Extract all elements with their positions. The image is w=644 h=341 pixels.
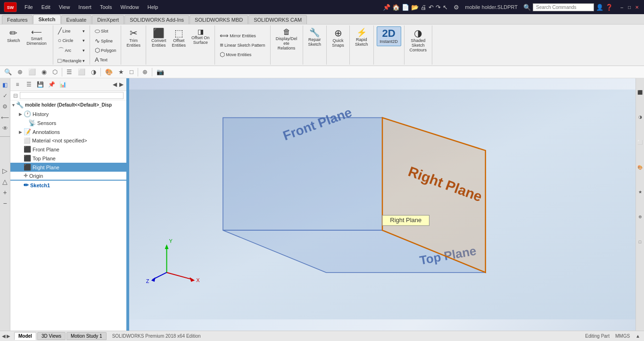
- circle-dropdown[interactable]: ▾: [83, 38, 85, 43]
- sidebar-btn-3[interactable]: ⬜: [636, 130, 644, 154]
- redo-icon[interactable]: ↷: [436, 4, 441, 11]
- close-button[interactable]: ✕: [634, 4, 640, 10]
- sidebar-btn-7[interactable]: □: [636, 230, 644, 254]
- standard-views-icon[interactable]: ⬜: [26, 67, 38, 77]
- repair-sketch-button[interactable]: 🔧 RepairSketch: [306, 26, 324, 49]
- rect-dropdown[interactable]: ▾: [83, 58, 85, 63]
- config-manager-icon[interactable]: ⚙: [0, 102, 10, 111]
- polygon-button[interactable]: ⬡ Polygon: [93, 46, 118, 55]
- mirror-entities-button[interactable]: ⟺ Mirror Entities: [218, 31, 267, 40]
- trim-entities-button[interactable]: ✂ TrimEntities: [124, 26, 143, 50]
- rapid-sketch-button[interactable]: ⚡ RapidSketch: [353, 26, 371, 49]
- property-manager-icon[interactable]: ✓: [0, 91, 10, 100]
- open-icon[interactable]: 📂: [411, 4, 419, 11]
- tab-next-icon[interactable]: ▶: [7, 333, 10, 339]
- display-style-icon[interactable]: ☰: [64, 67, 74, 77]
- zoom-to-fit-icon[interactable]: 🔍: [2, 67, 14, 77]
- rect-button[interactable]: □ Rectangle ▾: [56, 56, 87, 65]
- sidebar-btn-1[interactable]: ⬛: [636, 80, 644, 104]
- sketch-button[interactable]: ✏ Sketch: [5, 26, 23, 45]
- slot-button[interactable]: ⬭ Slot: [93, 26, 118, 36]
- panel-btn-tree[interactable]: ≡: [12, 79, 23, 90]
- tree-item-history[interactable]: ▶ 🕐 History: [10, 109, 126, 118]
- tab-evaluate[interactable]: Evaluate: [61, 15, 92, 24]
- display-delete-button[interactable]: 🗑 Display/DeleteRelations: [273, 26, 300, 53]
- smart-dimension-button[interactable]: ⟵ Smart Dimension: [24, 26, 50, 48]
- tab-motion-study[interactable]: Motion Study 1: [66, 332, 107, 340]
- sidebar-btn-6[interactable]: ⊕: [636, 205, 644, 229]
- offset-surface-button[interactable]: ◨ Offset OnSurface: [189, 26, 212, 47]
- menu-tools[interactable]: Tools: [96, 3, 116, 11]
- tree-item-right-plane[interactable]: ▶ ⬛ Right Plane: [10, 163, 126, 172]
- section-view-icon[interactable]: ⬡: [50, 67, 60, 77]
- undo-icon[interactable]: ↶: [429, 4, 434, 11]
- tab-addins[interactable]: SOLIDWORKS Add-Ins: [124, 15, 189, 24]
- restore-button[interactable]: □: [626, 4, 633, 10]
- sidebar-btn-5[interactable]: ★: [636, 180, 644, 204]
- sidebar-btn-2[interactable]: ◑: [636, 105, 644, 129]
- menu-window[interactable]: Window: [117, 3, 143, 11]
- tree-item-material[interactable]: ▶ ⬜ Material <not specified>: [10, 136, 126, 145]
- remove-icon[interactable]: −: [0, 199, 10, 208]
- arc-button[interactable]: ⌒ Arc ▾: [56, 45, 87, 56]
- expand-icon[interactable]: ▷: [0, 166, 10, 175]
- arc-dropdown[interactable]: ▾: [83, 48, 85, 53]
- menu-edit[interactable]: Edit: [38, 3, 54, 11]
- display-manager-icon[interactable]: ⊕: [140, 67, 150, 77]
- menu-file[interactable]: File: [21, 3, 37, 11]
- line-dropdown[interactable]: ▾: [83, 29, 85, 33]
- view-orientation-icon[interactable]: ◉: [39, 67, 49, 77]
- tree-root[interactable]: ▼ 🔧 mobile holder (Default<<Default>_Dis…: [10, 100, 126, 109]
- line-button[interactable]: ╱ Line ▾: [56, 26, 87, 35]
- render-icon[interactable]: □: [127, 67, 136, 77]
- spline-button[interactable]: ∿ Spline: [93, 36, 118, 45]
- zoom-in-icon[interactable]: ⊕: [15, 67, 25, 77]
- home-icon[interactable]: 🏠: [392, 4, 400, 11]
- tree-item-front-plane[interactable]: ▶ ⬛ Front Plane: [10, 145, 126, 154]
- offset-entities-button[interactable]: ⬚ OffsetEntities: [169, 26, 188, 50]
- convert-entities-button[interactable]: ⬛ ConvertEntities: [149, 26, 169, 50]
- tab-sketch[interactable]: Sketch: [33, 15, 60, 24]
- wireframe-icon[interactable]: ⬜: [75, 67, 88, 77]
- tree-item-top-plane[interactable]: ▶ ⬛ Top Plane: [10, 154, 126, 163]
- shaded-icon[interactable]: ◑: [89, 67, 99, 77]
- cameras-icon[interactable]: 📷: [154, 67, 166, 77]
- scenes-icon[interactable]: ★: [116, 67, 126, 77]
- tree-item-sensors[interactable]: ▶ 📡 Sensors: [10, 118, 126, 127]
- linear-pattern-button[interactable]: ≡ Linear Sketch Pattern: [218, 41, 267, 50]
- tree-item-origin[interactable]: ▶ ✚ Origin: [10, 172, 126, 180]
- circle-button[interactable]: ○ Circle ▾: [56, 36, 87, 45]
- new-icon[interactable]: 📄: [402, 4, 409, 11]
- panel-btn-save[interactable]: 💾: [35, 79, 45, 90]
- viewport[interactable]: Front Plane Top Plane Right Plane Right …: [129, 78, 636, 331]
- panel-btn-pin[interactable]: 📌: [46, 79, 57, 90]
- instant2d-button[interactable]: 2D Instant2D: [377, 26, 401, 46]
- shaded-contours-button[interactable]: ◑ ShadedSketchContours: [407, 26, 429, 55]
- menu-view[interactable]: View: [55, 3, 74, 11]
- minimize-button[interactable]: –: [619, 4, 625, 10]
- panel-btn-chart[interactable]: 📊: [58, 79, 68, 90]
- add-icon[interactable]: +: [0, 188, 10, 197]
- sidebar-btn-4[interactable]: 🎨: [636, 155, 644, 179]
- menu-insert[interactable]: Insert: [74, 3, 95, 11]
- tab-model[interactable]: Model: [14, 332, 36, 340]
- feature-manager-icon[interactable]: ◧: [0, 80, 10, 90]
- scroll-right-icon[interactable]: ▶: [118, 81, 124, 88]
- selection-icon[interactable]: ↖: [443, 4, 448, 11]
- tab-dimxpert[interactable]: DimXpert: [92, 15, 124, 24]
- search-input[interactable]: [533, 3, 594, 11]
- settings-icon[interactable]: ⚙: [454, 4, 459, 11]
- display-manager-left-icon[interactable]: 👁: [0, 124, 10, 133]
- print-icon[interactable]: 🖨: [421, 4, 427, 11]
- text-button[interactable]: A Text: [93, 55, 118, 64]
- dim-expert-icon[interactable]: ⟵: [0, 113, 10, 122]
- tab-cam[interactable]: SOLIDWORKS CAM: [248, 15, 307, 24]
- tab-prev-icon[interactable]: ◀: [2, 333, 6, 339]
- filter-input[interactable]: [20, 92, 124, 99]
- move-entities-button[interactable]: ⬡ Move Entities: [218, 50, 267, 59]
- panel-btn-list[interactable]: ☰: [24, 79, 34, 90]
- tree-item-sketch1[interactable]: ▶ ✏ Sketch1: [10, 180, 126, 190]
- quick-snaps-button[interactable]: ⊕ QuickSnaps: [330, 26, 347, 50]
- tree-item-annotations[interactable]: ▶ 📝 Annotations: [10, 127, 126, 136]
- menu-help[interactable]: Help: [144, 3, 162, 11]
